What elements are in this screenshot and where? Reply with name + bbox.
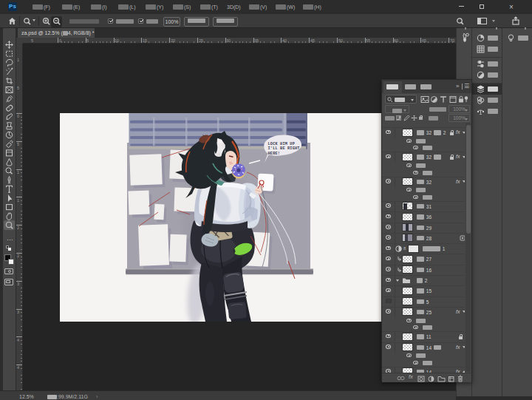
svg-text:LOCK HIM UP: LOCK HIM UP bbox=[268, 142, 295, 146]
svg-text:I'LL BE RIGHT: I'LL BE RIGHT bbox=[268, 146, 300, 151]
svg-text:HERE!: HERE! bbox=[268, 152, 281, 156]
